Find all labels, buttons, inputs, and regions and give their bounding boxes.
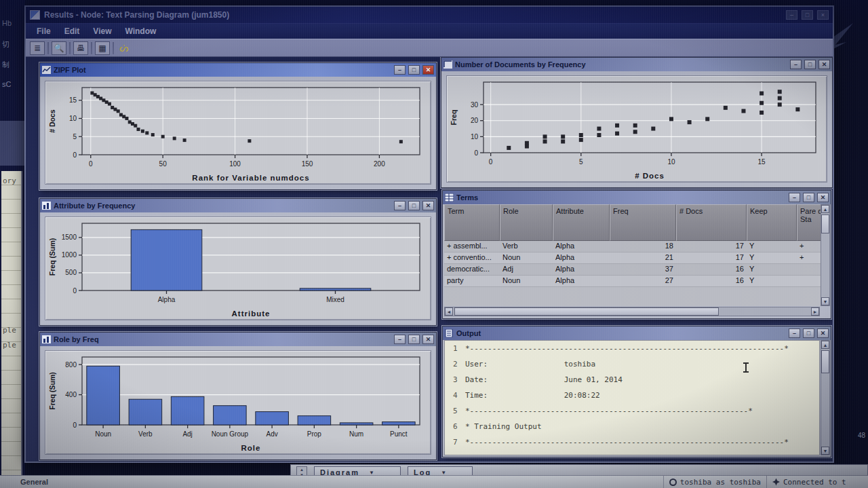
svg-text:200: 200 — [374, 160, 385, 168]
table-cell: 17 — [676, 241, 747, 252]
minimize-button[interactable]: – — [394, 335, 406, 344]
menu-edit[interactable]: Edit — [58, 25, 87, 37]
svg-text:Adj: Adj — [182, 430, 192, 438]
table-row[interactable]: + assembl...VerbAlpha1817Y+ — [444, 241, 821, 252]
close-icon[interactable]: ✕ — [422, 65, 434, 75]
table-cell: Y — [747, 276, 797, 287]
line-number: 8 — [445, 453, 465, 455]
line-number: 6 — [445, 422, 465, 431]
attribute-title-bar[interactable]: Attribute by Frequency – □ ✕ — [40, 199, 436, 212]
minimize-button[interactable]: – — [789, 193, 800, 202]
scroll-up-arrow[interactable]: ▲ — [821, 341, 829, 349]
role-title-bar[interactable]: Role by Freq – □ ✕ — [40, 333, 436, 346]
output-line-text: Time: 20:08:22 — [465, 391, 600, 400]
table-cell: Adj — [500, 264, 553, 276]
terms-window[interactable]: Terms – □ ✕ TermRoleAttributeFreq# DocsK… — [442, 190, 831, 319]
terms-vertical-scrollbar[interactable]: ▲ ▼ — [821, 204, 830, 306]
output-vertical-scrollbar[interactable]: ▲ ▼ — [821, 340, 830, 455]
numdocs-frequency-window[interactable]: Number of Documents by Frequency – □ ✕ 0… — [441, 57, 833, 188]
table-cell: 17 — [676, 252, 747, 264]
background-text-fragment: 48 — [858, 432, 865, 439]
svg-text:Mixed: Mixed — [326, 296, 344, 303]
close-icon[interactable]: ✕ — [817, 329, 829, 338]
minimize-button[interactable]: – — [790, 60, 802, 69]
svg-text:20: 20 — [471, 117, 479, 124]
menu-window[interactable]: Window — [118, 25, 163, 37]
maximize-button[interactable]: □ — [408, 201, 420, 210]
terms-horizontal-scrollbar[interactable]: ◄ ► — [444, 307, 820, 316]
role-chart-area: 0400800NounVerbAdjNoun GroupAdvPropNumPu… — [45, 350, 431, 455]
bar-chart-icon — [42, 202, 51, 210]
svg-text:Freq (Sum): Freq (Sum) — [48, 372, 56, 409]
status-connection-cell: Connected to t — [766, 476, 868, 488]
table-cell: Verb — [500, 241, 553, 252]
scroll-right-arrow[interactable]: ► — [811, 307, 819, 316]
table-icon[interactable]: ▦ — [95, 41, 110, 55]
role-frequency-window[interactable]: Role by Freq – □ ✕ 0400800NounVerbAdjNou… — [39, 332, 437, 460]
scrollbar-thumb[interactable] — [821, 214, 829, 233]
column-header[interactable]: Freq — [610, 204, 676, 241]
numdocs-title-bar[interactable]: Number of Documents by Frequency – □ ✕ — [441, 58, 832, 71]
maximize-button[interactable]: □ — [804, 60, 816, 69]
svg-text:50: 50 — [159, 160, 167, 168]
output-line: 5*--------------------------------------… — [445, 403, 819, 419]
maximize-button[interactable]: □ — [408, 335, 420, 344]
line-number: 4 — [445, 391, 465, 400]
minimize-button[interactable]: – — [394, 201, 406, 210]
sas-run-icon[interactable]: ᔖ — [117, 41, 132, 55]
close-icon[interactable]: ✕ — [818, 60, 830, 69]
column-header[interactable]: Term — [444, 204, 500, 241]
scroll-left-arrow[interactable]: ◄ — [445, 307, 453, 316]
svg-text:5: 5 — [579, 158, 583, 166]
maximize-button[interactable]: □ — [803, 193, 814, 202]
user-status-text: toshiba as toshiba — [680, 478, 761, 487]
close-button[interactable]: × — [817, 10, 829, 20]
terms-table[interactable]: TermRoleAttributeFreq# DocsKeepPare d St… — [444, 204, 821, 306]
output-title-bar[interactable]: Output – □ ✕ — [443, 326, 831, 340]
table-cell: democratic... — [444, 264, 500, 276]
maximize-button[interactable]: □ — [408, 65, 420, 75]
table-row[interactable]: democratic...AdjAlpha3716Y — [444, 264, 821, 276]
zipf-title-bar[interactable]: ZIPF Plot – □ ✕ — [40, 63, 436, 77]
scroll-down-arrow[interactable]: ▼ — [821, 447, 829, 455]
column-header[interactable]: Attribute — [553, 204, 610, 241]
column-header[interactable]: Keep — [747, 204, 797, 241]
minimize-button[interactable]: – — [786, 10, 797, 20]
scrollbar-thumb[interactable] — [821, 350, 829, 373]
minimize-button[interactable]: – — [394, 65, 406, 75]
close-icon[interactable]: ✕ — [422, 335, 434, 344]
print-icon[interactable]: 🖶 — [73, 41, 88, 55]
maximize-button[interactable]: □ — [802, 10, 813, 20]
properties-icon[interactable]: ≣ — [30, 41, 45, 55]
close-icon[interactable]: ✕ — [422, 201, 434, 210]
scroll-down-arrow[interactable]: ▼ — [821, 297, 829, 305]
column-header[interactable]: Role — [500, 204, 553, 241]
zipf-plot-window[interactable]: ZIPF Plot – □ ✕ 051015050100150200Rank f… — [39, 62, 437, 190]
table-cell: + conventio... — [444, 252, 500, 264]
toolbar-separator — [91, 42, 92, 54]
menu-file[interactable]: File — [30, 25, 58, 37]
output-window[interactable]: Output – □ ✕ 1*-------------------------… — [442, 326, 831, 457]
menu-view[interactable]: View — [86, 25, 118, 37]
table-row[interactable]: + conventio...NounAlpha2117Y+ — [444, 252, 821, 264]
title-bar[interactable]: Results - Node: Text Parsing Diagram (ju… — [26, 7, 833, 23]
attribute-frequency-window[interactable]: Attribute by Frequency – □ ✕ 05001000150… — [39, 198, 437, 326]
terms-title-bar[interactable]: Terms – □ ✕ — [443, 191, 831, 204]
table-row[interactable]: partyNounAlpha2716Y — [444, 276, 821, 287]
minimize-button[interactable]: – — [789, 329, 800, 338]
search-icon[interactable]: 🔍 — [52, 41, 66, 55]
chart-icon — [443, 60, 452, 69]
svg-text:10: 10 — [471, 133, 479, 140]
table-cell: Alpha — [553, 264, 610, 276]
scroll-up-arrow[interactable]: ▲ — [821, 205, 829, 213]
table-cell: 27 — [610, 276, 676, 287]
close-icon[interactable]: ✕ — [817, 193, 829, 202]
column-header[interactable]: # Docs — [676, 204, 747, 241]
svg-text:100: 100 — [229, 160, 241, 168]
output-text-area[interactable]: 1*--------------------------------------… — [444, 340, 820, 455]
maximize-button[interactable]: □ — [803, 329, 814, 338]
column-header[interactable]: Pare d Sta — [797, 204, 821, 241]
svg-text:15: 15 — [758, 158, 766, 166]
output-line-text: User: toshiba — [465, 360, 595, 369]
scrollbar-thumb[interactable] — [454, 307, 719, 316]
